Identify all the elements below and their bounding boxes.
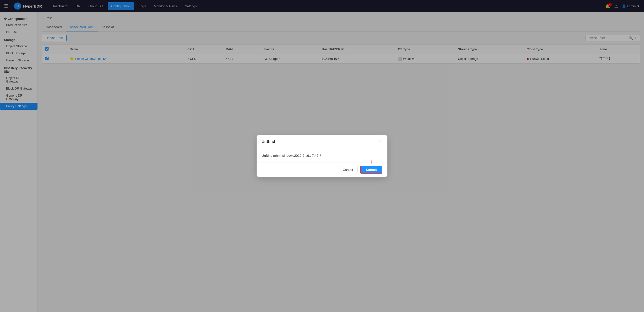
modal-body: UnBind mhm-windows2012r2-ad1-7.42 ? [257,147,387,163]
modal-message: UnBind mhm-windows2012r2-ad1-7.42 ? [262,153,382,159]
modal-footer: Cancel ↓ Submit [257,163,387,177]
unbind-modal: UnBind ✕ UnBind mhm-windows2012r2-ad1-7.… [257,135,387,177]
modal-title: UnBind [262,139,275,143]
modal-close-button[interactable]: ✕ [379,139,382,143]
submit-wrapper: ↓ Submit [360,166,382,174]
submit-button[interactable]: Submit [360,166,382,174]
modal-overlay: UnBind ✕ UnBind mhm-windows2012r2-ad1-7.… [0,0,644,312]
modal-header: UnBind ✕ [257,135,387,147]
cancel-button[interactable]: Cancel [338,166,357,173]
